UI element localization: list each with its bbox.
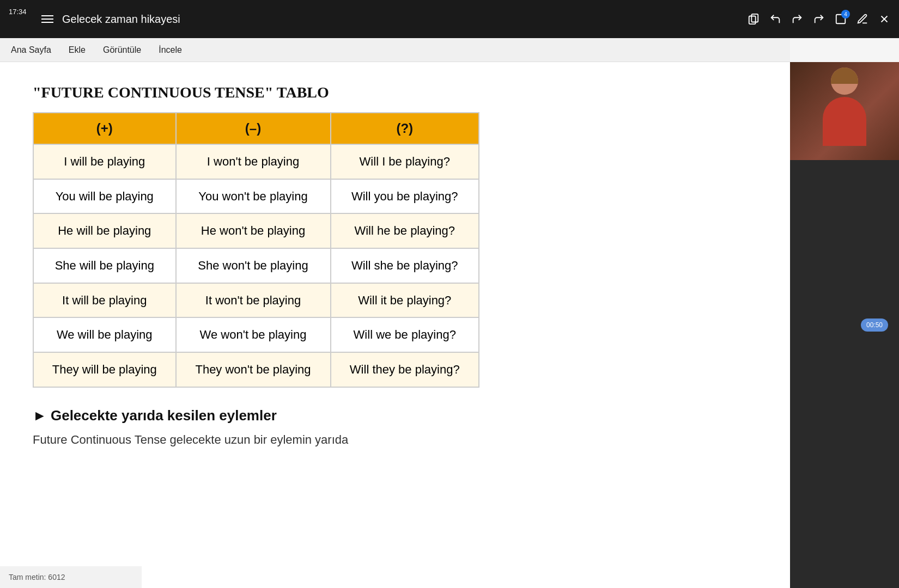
table-cell: It will be playing [33, 283, 176, 318]
bottom-section: ► Gelecekte yarıda kesilen eylemler Futu… [33, 407, 757, 449]
tense-table: (+) (–) (?) I will be playingI won't be … [33, 112, 479, 388]
undo-button[interactable] [769, 13, 781, 25]
table-cell: We won't be playing [176, 317, 331, 352]
timer-badge: 00:50 [861, 318, 888, 332]
hamburger-button[interactable] [41, 15, 53, 23]
table-cell: I won't be playing [176, 144, 331, 179]
copy-button[interactable] [748, 13, 760, 25]
person-hair [831, 68, 858, 84]
svg-rect-1 [749, 16, 756, 24]
menu-icon [41, 15, 53, 23]
table-cell: We will be playing [33, 317, 176, 352]
top-bar: 17:34 Gelecek zaman hikayesi 4 [0, 0, 899, 38]
table-cell: Will she be playing? [331, 248, 479, 283]
toolbar-icons: 4 [748, 13, 890, 25]
menu-bar: Ana Sayfa Ekle Görüntüle İncele [0, 38, 790, 62]
svg-rect-0 [751, 14, 758, 22]
table-cell: Will they be playing? [331, 352, 479, 387]
menu-item-insert[interactable]: Ekle [69, 45, 86, 55]
bottom-heading: ► Gelecekte yarıda kesilen eylemler [33, 407, 757, 424]
pencil-button[interactable] [857, 13, 868, 25]
table-cell: Will I be playing? [331, 144, 479, 179]
bottom-text: Future Continuous Tense gelecekte uzun b… [33, 431, 757, 449]
table-cell: They won't be playing [176, 352, 331, 387]
table-cell: He will be playing [33, 213, 176, 248]
table-cell: You will be playing [33, 179, 176, 214]
header-question: (?) [331, 113, 479, 144]
table-cell: He won't be playing [176, 213, 331, 248]
slide-title: "FUTURE CONTINUOUS TENSE" TABLO [33, 84, 757, 101]
status-time: 17:34 [9, 8, 27, 16]
table-cell: Will he be playing? [331, 213, 479, 248]
table-cell: Will it be playing? [331, 283, 479, 318]
content-pane: "FUTURE CONTINUOUS TENSE" TABLO (+) (–) … [0, 62, 790, 588]
table-cell: You won't be playing [176, 179, 331, 214]
header-negative: (–) [176, 113, 331, 144]
table-cell: She will be playing [33, 248, 176, 283]
table-cell: I will be playing [33, 144, 176, 179]
page-badge: 4 [841, 10, 850, 19]
person-body [823, 97, 866, 146]
table-cell: It won't be playing [176, 283, 331, 318]
header-positive: (+) [33, 113, 176, 144]
page-count-button[interactable]: 4 [835, 13, 847, 25]
webcam-pane: 00:50 [790, 62, 899, 588]
table-cell: She won't be playing [176, 248, 331, 283]
webcam-video [790, 62, 899, 160]
redo-button[interactable] [791, 13, 803, 25]
table-cell: Will we be playing? [331, 317, 479, 352]
app-title: Gelecek zaman hikayesi [62, 13, 739, 26]
forward-button[interactable] [813, 13, 825, 25]
footer-bar: Tam metin: 6012 [0, 566, 142, 588]
footer-text: Tam metin: 6012 [9, 573, 65, 581]
close-button[interactable] [878, 13, 890, 25]
table-cell: They will be playing [33, 352, 176, 387]
menu-item-home[interactable]: Ana Sayfa [11, 45, 51, 55]
table-cell: Will you be playing? [331, 179, 479, 214]
menu-item-review[interactable]: İncele [159, 45, 182, 55]
menu-item-view[interactable]: Görüntüle [103, 45, 141, 55]
main-area: "FUTURE CONTINUOUS TENSE" TABLO (+) (–) … [0, 62, 899, 588]
